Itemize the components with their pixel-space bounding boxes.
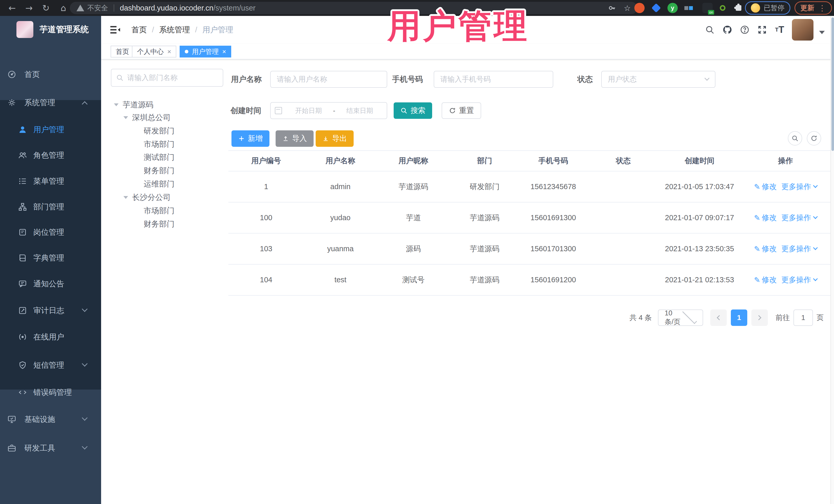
tree-node-dept[interactable]: 运维部门 [144,177,175,191]
import-button-label: 导入 [292,133,307,144]
sidebar-item-system[interactable]: 系统管理 [0,90,101,115]
users-table: 用户编号 用户名称 用户昵称 部门 手机号码 状态 创建时间 操作 1 admi… [228,150,831,295]
more-actions-link[interactable]: 更多操作 [782,213,817,223]
export-button[interactable]: 导出 [316,130,354,147]
sidebar-item-home[interactable]: 首页 [0,62,101,87]
user-avatar[interactable] [792,19,813,41]
sidebar-item-roles[interactable]: 角色管理 [0,143,101,168]
browser-update-button[interactable]: 更新 ⋮ [794,1,832,15]
import-button[interactable]: 导入 [276,130,313,147]
page-size-select[interactable]: 10条/页 [658,309,703,326]
tree-node-label: 长沙分公司 [132,192,171,203]
extension-icon-orange[interactable] [634,3,644,13]
security-label[interactable]: 不安全 [87,3,108,13]
tree-node-root[interactable]: 芋道源码 [114,98,153,111]
calendar-icon [275,107,282,114]
browser-back-icon[interactable]: ← [6,2,19,14]
sidebar-item-dicts[interactable]: 字典管理 [0,245,101,271]
avatar-caret-icon[interactable] [819,31,825,34]
tree-node-branch[interactable]: 长沙分公司 [124,191,171,204]
passwords-key-icon[interactable] [608,4,616,12]
more-actions-link[interactable]: 更多操作 [782,182,817,192]
github-icon[interactable] [720,23,734,37]
sidebar-item-infrastructure[interactable]: 基础设施 [0,407,101,432]
close-icon[interactable]: × [167,48,171,56]
tree-node-dept[interactable]: 财务部门 [144,164,175,177]
bookmark-star-icon[interactable]: ☆ [624,4,631,13]
tree-expand-icon[interactable] [114,104,118,106]
browser-menu-icon[interactable]: ⋮ [818,4,826,13]
search-button[interactable]: 搜索 [394,103,432,119]
scrollbar-thumb[interactable] [831,18,834,151]
edit-link[interactable]: ✎修改 [754,275,776,285]
tab-profile[interactable]: 个人中心 × [132,46,176,58]
reset-button-label: 重置 [459,106,474,116]
tree-node-company[interactable]: 深圳总公司 [124,111,171,124]
tree-node-dept[interactable]: 市场部门 [144,204,175,217]
extensions-puzzle-icon[interactable] [733,3,744,13]
fullscreen-icon[interactable] [755,23,769,37]
browser-home-icon[interactable]: ⌂ [57,2,70,14]
sidebar-item-sms[interactable]: 短信管理 [0,352,101,378]
tree-node-dept[interactable]: 市场部门 [144,137,175,151]
reset-button[interactable]: 重置 [442,103,481,119]
address-divider [114,4,114,12]
jump-page-input[interactable] [793,309,813,326]
prev-page-button[interactable] [710,309,727,326]
tree-expand-icon[interactable] [124,196,128,199]
app-logo-row[interactable]: 芋道管理系统 [0,21,101,38]
sidebar-collapse-icon[interactable] [109,24,121,36]
sidebar-item-menus[interactable]: 菜单管理 [0,168,101,194]
address-bar[interactable]: 不安全 dashboard.yudao.iocoder.cn/system/us… [70,2,637,14]
tree-node-dept[interactable]: 财务部门 [144,217,175,231]
breadcrumb-home[interactable]: 首页 [131,25,147,35]
sidebar-item-audit-logs[interactable]: 审计日志 [0,298,101,323]
tree-node-dept[interactable]: 研发部门 [144,124,175,137]
extension-icon-key-green[interactable] [718,3,728,13]
edit-link[interactable]: ✎修改 [754,182,776,192]
extension-on-badge: on [708,10,714,15]
sidebar-item-dev-tools[interactable]: 研发工具 [0,435,101,461]
mobile-input[interactable] [434,71,553,88]
sidebar-item-posts[interactable]: 岗位管理 [0,219,101,245]
col-user-id: 用户编号 [228,156,304,166]
show-search-toggle-button[interactable] [788,131,802,146]
edit-link[interactable]: ✎修改 [754,213,776,223]
help-icon[interactable] [738,23,752,37]
status-select[interactable]: 用户状态 [601,71,716,88]
sidebar-item-error-codes[interactable]: 错误码管理 [0,379,101,405]
header-search-icon[interactable] [703,23,717,37]
extension-icon-squares[interactable] [683,3,694,13]
sidebar-item-notices[interactable]: 通知公告 [0,271,101,297]
add-button[interactable]: 新增 [232,130,269,147]
next-page-button[interactable] [751,309,768,326]
create-time-range-picker[interactable]: 开始日期 - 结束日期 [270,102,387,119]
sidebar-item-depts[interactable]: 部门管理 [0,194,101,220]
browser-profile-chip[interactable]: 已暂停 [745,1,790,15]
window-scrollbar[interactable] [830,16,834,504]
refresh-table-button[interactable] [807,131,821,146]
extension-icon-gem[interactable] [651,3,661,13]
sidebar-item-users[interactable]: 用户管理 [0,117,101,143]
font-size-icon[interactable]: TT [772,23,787,37]
breadcrumb-system[interactable]: 系统管理 [159,25,190,35]
tree-expand-icon[interactable] [124,116,128,119]
pencil-icon: ✎ [754,245,760,253]
cell-created: 2021-01-05 17:03:47 [659,182,740,191]
tab-home[interactable]: 首页 [111,46,134,58]
more-actions-link[interactable]: 更多操作 [782,275,817,285]
close-icon[interactable]: × [222,48,226,56]
extension-icon-switch[interactable]: on [702,3,712,13]
sidebar-item-online-users[interactable]: 在线用户 [0,324,101,350]
tree-node-dept[interactable]: 测试部门 [144,151,175,164]
dept-search-input[interactable] [127,74,215,82]
breadcrumb: 首页 / 系统管理 / 用户管理 [131,16,233,44]
edit-link[interactable]: ✎修改 [754,244,776,254]
more-actions-link[interactable]: 更多操作 [782,244,817,254]
current-page-button[interactable]: 1 [731,309,747,326]
browser-forward-icon[interactable]: → [23,2,36,14]
tab-user-management[interactable]: 用户管理 × [180,46,231,58]
browser-reload-icon[interactable]: ↻ [40,2,52,14]
extension-icon-green[interactable]: y [667,3,678,13]
username-input[interactable] [270,71,387,88]
